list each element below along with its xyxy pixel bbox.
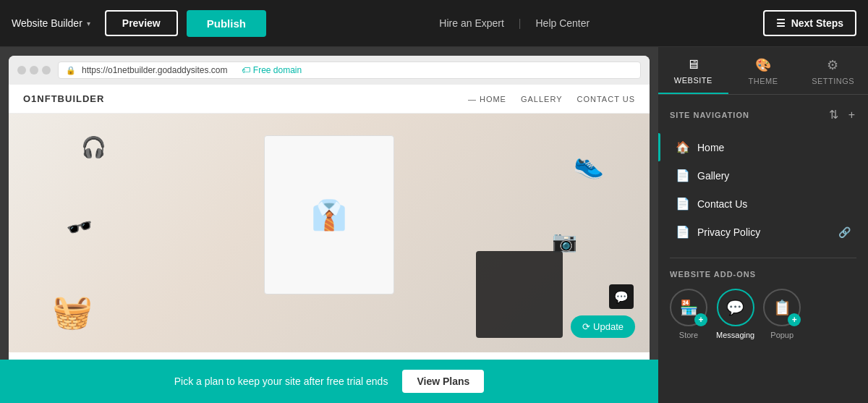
preview-area: 🔒 https://o1netbuilder.godaddysites.com … [0, 47, 658, 403]
brand-label: Website Builder [12, 17, 82, 29]
browser-dot-red [17, 66, 26, 75]
nav-link-home[interactable]: — HOME [468, 95, 506, 103]
lock-icon: 🔒 [66, 66, 76, 75]
tab-settings[interactable]: ⚙ SETTINGS [798, 47, 868, 94]
address-bar[interactable]: 🔒 https://o1netbuilder.godaddysites.com … [58, 61, 641, 79]
sidebar-item-gallery[interactable]: 📄 Gallery [670, 161, 856, 190]
settings-tab-icon: ⚙ [827, 57, 839, 73]
browser-top-bar: 🔒 https://o1netbuilder.godaddysites.com … [9, 56, 650, 85]
sunglasses-decoration: 🕶️ [64, 212, 96, 243]
messaging-addon-label: Messaging [716, 331, 754, 339]
shirt-decoration: 👔 [264, 135, 394, 294]
sidebar-item-home[interactable]: 🏠 Home [670, 133, 856, 161]
right-sidebar: 🖥 WEBSITE 🎨 THEME ⚙ SETTINGS SITE NAVIGA… [658, 47, 868, 403]
website-tab-icon: 🖥 [686, 57, 700, 72]
nav-label-contact: Contact Us [697, 198, 851, 210]
addons-title: WEBSITE ADD-ONS [670, 270, 756, 279]
privacy-page-icon: 📄 [676, 225, 690, 239]
banner-message: Pick a plan to keep your site after free… [174, 376, 388, 387]
addons-header: WEBSITE ADD-ONS [670, 270, 856, 279]
website-preview: O1NFTBUILDER — HOME GALLERY CONTACT US 🎧… [9, 85, 650, 360]
site-navigation-title: SITE NAVIGATION [670, 111, 749, 119]
store-plus-icon: + [694, 313, 707, 326]
nav-label-gallery: Gallery [697, 170, 851, 182]
nav-link-contact[interactable]: CONTACT US [577, 95, 636, 103]
home-icon: 🏠 [676, 140, 690, 154]
section-actions: ⇅ + [827, 106, 856, 123]
popup-addon-icon-wrap: 📋 + [763, 289, 801, 326]
tab-theme-label: THEME [749, 77, 778, 85]
bag-decoration: 🧺 [52, 292, 93, 331]
addon-store[interactable]: 🏪 + Store [670, 289, 707, 339]
hero-image: 🎧 👔 🕶️ 👟 📷 🧺 [9, 114, 650, 352]
brand-logo[interactable]: Website Builder ▾ [12, 17, 90, 29]
messaging-addon-icon-wrap: 💬 [717, 289, 754, 326]
tab-settings-label: SETTINGS [812, 77, 854, 85]
contact-page-icon: 📄 [676, 197, 690, 211]
site-logo: O1NFTBUILDER [23, 93, 104, 104]
browser-dot-yellow [30, 66, 38, 75]
browser-chrome: 🔒 https://o1netbuilder.godaddysites.com … [9, 56, 650, 85]
free-domain-badge[interactable]: 🏷 Free domain [242, 65, 302, 75]
section-divider [670, 258, 856, 258]
main-area: 🔒 https://o1netbuilder.godaddysites.com … [0, 47, 868, 403]
help-center-link[interactable]: Help Center [535, 17, 590, 29]
store-addon-icon-wrap: 🏪 + [670, 289, 707, 326]
view-plans-button[interactable]: View Plans [402, 370, 484, 393]
tab-website[interactable]: 🖥 WEBSITE [658, 47, 728, 94]
addons-section: WEBSITE ADD-ONS 🏪 + Store 💬 M [670, 270, 856, 339]
browser-url: https://o1netbuilder.godaddysites.com [82, 65, 227, 75]
tab-theme[interactable]: 🎨 THEME [728, 47, 799, 94]
browser-dot-green [42, 66, 51, 75]
site-navigation-header: SITE NAVIGATION ⇅ + [670, 106, 856, 123]
headphones-decoration: 🎧 [81, 135, 106, 159]
camera-decoration: 📷 [552, 229, 577, 253]
privacy-link-icon: 🔗 [838, 226, 851, 238]
addon-messaging[interactable]: 💬 Messaging [716, 289, 754, 339]
store-icon: 🏪 [680, 299, 698, 316]
publish-button[interactable]: Publish [187, 10, 266, 37]
gallery-page-icon: 📄 [676, 169, 690, 182]
reorder-button[interactable]: ⇅ [827, 106, 840, 123]
site-nav-bar: O1NFTBUILDER — HOME GALLERY CONTACT US [9, 85, 650, 114]
add-page-button[interactable]: + [847, 106, 856, 123]
nav-label-privacy: Privacy Policy [697, 226, 831, 238]
chat-button[interactable]: 💬 [609, 284, 634, 309]
sidebar-item-contact[interactable]: 📄 Contact Us [670, 190, 856, 218]
nav-label-home: Home [697, 142, 851, 153]
toolbar: Website Builder ▾ Preview Publish Hire a… [0, 0, 868, 47]
skirt-decoration [476, 251, 563, 338]
popup-plus-icon: + [788, 313, 801, 326]
toolbar-divider: | [519, 17, 522, 29]
sidebar-content: SITE NAVIGATION ⇅ + 🏠 Home 📄 Gallery [658, 95, 868, 403]
addons-list: 🏪 + Store 💬 Messaging 📋 [670, 289, 856, 339]
chevron-down-icon: ▾ [87, 20, 90, 27]
update-button[interactable]: ⟳ Update [571, 315, 635, 338]
site-nav-links: — HOME GALLERY CONTACT US [468, 95, 635, 103]
toolbar-center: Hire an Expert | Help Center [275, 17, 754, 29]
tab-website-label: WEBSITE [674, 76, 712, 85]
popup-addon-label: Popup [770, 331, 793, 339]
sidebar-tabs: 🖥 WEBSITE 🎨 THEME ⚙ SETTINGS [658, 47, 868, 95]
site-hero: 🎧 👔 🕶️ 👟 📷 🧺 ⟳ Update 💬 [9, 114, 650, 352]
nav-items-list: 🏠 Home 📄 Gallery 📄 Contact Us 📄 Privacy … [670, 133, 856, 246]
browser-dots [17, 66, 51, 75]
chat-icon: 💬 [614, 290, 629, 304]
nav-link-gallery[interactable]: GALLERY [521, 95, 563, 103]
bottom-banner: Pick a plan to keep your site after free… [0, 360, 658, 403]
theme-tab-icon: 🎨 [755, 57, 772, 73]
preview-button[interactable]: Preview [105, 10, 178, 36]
shoes-decoration: 👟 [572, 147, 608, 182]
addon-popup[interactable]: 📋 + Popup [763, 289, 801, 339]
messaging-icon: 💬 [726, 299, 744, 316]
sidebar-item-privacy[interactable]: 📄 Privacy Policy 🔗 [670, 218, 856, 246]
store-addon-label: Store [679, 331, 698, 339]
next-steps-icon: ☰ [776, 17, 786, 29]
hire-expert-link[interactable]: Hire an Expert [439, 17, 503, 29]
next-steps-label: Next Steps [791, 17, 843, 29]
active-indicator [658, 133, 660, 161]
popup-icon: 📋 [773, 299, 791, 316]
next-steps-button[interactable]: ☰ Next Steps [763, 10, 856, 36]
